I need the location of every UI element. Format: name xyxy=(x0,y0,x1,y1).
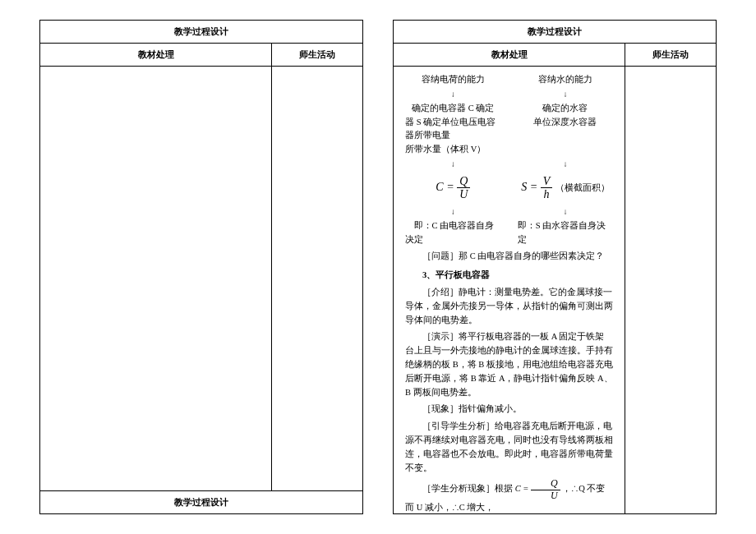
analogy-volume: 所带水量（体积 V） xyxy=(405,143,613,157)
phenomenon: ［现象］指针偏角减小。 xyxy=(405,403,613,417)
arrow-down-icon: ↓ xyxy=(518,205,614,219)
formula-capacitance: C = Q U xyxy=(405,175,501,201)
analogy-c-determine: 确定的电容器 C 确定 xyxy=(405,102,501,116)
conclusion-c: 即：C 由电容器自身决定 xyxy=(405,219,501,247)
analogy-unit-voltage: 器 S 确定单位电压电容器所带电量 xyxy=(405,116,501,144)
analogy-charge-title: 容纳电荷的能力 xyxy=(405,73,501,87)
arrow-down-icon: ↓ xyxy=(405,88,501,101)
arrows-2: ↓ ↓ xyxy=(405,157,613,172)
page-left-header: 教学过程设计 xyxy=(40,21,362,44)
page-left-footer: 教学过程设计 xyxy=(40,490,362,513)
page-left-cols-header: 教材处理 师生活动 xyxy=(40,44,362,67)
col-header-right-2: 师生活动 xyxy=(625,44,716,66)
formula-row: C = Q U S = V h （横截面积） xyxy=(405,172,613,205)
page-left-content xyxy=(40,67,272,490)
arrow-down-icon: ↓ xyxy=(405,158,501,171)
analogy-unit-depth: 单位深度水容器 xyxy=(518,116,614,144)
section-3-title: 3、平行板电容器 xyxy=(405,269,613,283)
arrows-1: ↓ ↓ xyxy=(405,87,613,102)
arrows-3: ↓ ↓ xyxy=(405,205,613,219)
analogy-row1: 容纳电荷的能力 容纳水的能力 xyxy=(405,73,613,87)
question-text: ［问题］那 C 由电容器自身的哪些因素决定？ xyxy=(405,250,613,264)
conclusion-s: 即：S 由水容器自身决定 xyxy=(518,219,614,247)
intro-electrometer: ［介绍］静电计：测量电势差。它的金属球接一导体，金属外壳接另一导体，从指针的偏角… xyxy=(405,286,613,327)
page-right-content: 容纳电荷的能力 容纳水的能力 ↓ ↓ 确定的电容器 C 确定 确定的水容 器 S… xyxy=(394,67,625,513)
page-right-body: 容纳电荷的能力 容纳水的能力 ↓ ↓ 确定的电容器 C 确定 确定的水容 器 S… xyxy=(394,67,716,513)
page-left-activity xyxy=(272,67,362,490)
lead-analysis: ［引导学生分析］给电容器充电后断开电源，电源不再继续对电容器充电，同时也没有导线… xyxy=(405,420,613,475)
page-right-header: 教学过程设计 xyxy=(394,21,716,44)
formula-area: S = V h （横截面积） xyxy=(518,175,614,201)
analogy-water-title: 容纳水的能力 xyxy=(518,73,614,87)
student-analysis: ［学生分析现象］根据 C = Q U ，∴Q 不变而 U 减小，∴C 增大， xyxy=(405,478,613,513)
demo-description: ［演示］将平行板电容器的一板 A 固定于铁架台上且与一外壳接地的静电计的金属球连… xyxy=(405,330,613,399)
page-left: 教学过程设计 教材处理 师生活动 教学过程设计 xyxy=(39,20,363,514)
arrow-down-icon: ↓ xyxy=(518,88,614,101)
arrow-down-icon: ↓ xyxy=(518,158,614,171)
arrow-down-icon: ↓ xyxy=(405,205,501,219)
analogy-row2: 确定的电容器 C 确定 确定的水容 器 S 确定单位电压电容器所带电量 单位深度… xyxy=(405,102,613,157)
col-header-left: 教材处理 xyxy=(40,44,272,66)
col-header-left-2: 教材处理 xyxy=(394,44,625,66)
col-header-right: 师生活动 xyxy=(272,44,362,66)
page-right-cols-header: 教材处理 师生活动 xyxy=(394,44,716,67)
page-right-activity xyxy=(625,67,716,513)
conclusion-row: 即：C 由电容器自身决定 即：S 由水容器自身决定 xyxy=(405,219,613,247)
page-left-body xyxy=(40,67,362,490)
analogy-water-determine: 确定的水容 xyxy=(518,102,614,116)
page-right: 教学过程设计 教材处理 师生活动 容纳电荷的能力 容纳水的能力 ↓ ↓ 确定的电… xyxy=(393,20,717,514)
